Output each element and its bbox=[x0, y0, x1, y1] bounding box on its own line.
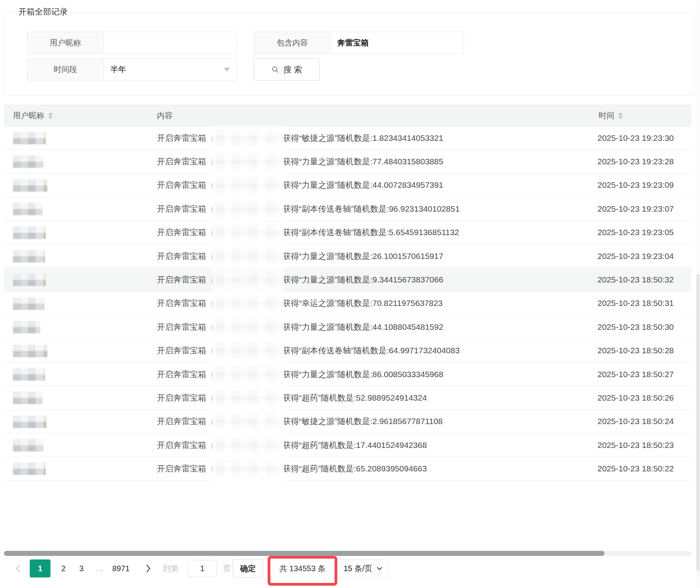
page-button-3[interactable]: 3 bbox=[76, 559, 86, 577]
total-count-label: 共 134553 条 bbox=[270, 559, 335, 577]
column-header-user-label: 用户昵称 bbox=[13, 110, 44, 121]
content-prefix: 开启奔雷宝箱（ bbox=[157, 274, 216, 285]
page-number-list: 123...8971 bbox=[30, 559, 130, 577]
horizontal-scrollbar-thumb[interactable] bbox=[4, 551, 605, 556]
content-cell: 开启奔雷宝箱（ 获得“幸运之源”随机数是:70.8211975637823 bbox=[157, 292, 443, 315]
goto-page-input[interactable] bbox=[188, 560, 217, 577]
table-row[interactable]: 开启奔雷宝箱（ 获得“副本传送卷轴”随机数是:64.9971732404083 … bbox=[4, 339, 691, 363]
period-field-group: 时间段 半年 bbox=[27, 58, 237, 81]
content-prefix: 开启奔雷宝箱（ bbox=[157, 392, 216, 403]
censored-username bbox=[13, 132, 46, 144]
table-row[interactable]: 开启奔雷宝箱（ 获得“超药”随机数是:17.4401524942368 2025… bbox=[4, 433, 691, 457]
table-row[interactable]: 开启奔雷宝箱（ 获得“力量之源”随机数是:44.1088045481592 20… bbox=[4, 315, 691, 339]
chevron-down-icon bbox=[376, 566, 383, 570]
content-prefix: 开启奔雷宝箱（ bbox=[157, 203, 216, 214]
censored-content bbox=[216, 343, 280, 358]
table-row[interactable]: 开启奔雷宝箱（ 获得“敏捷之源”随机数是:2.96185677871108 20… bbox=[4, 410, 691, 433]
table-row[interactable]: 开启奔雷宝箱（ 获得“副本传送卷轴”随机数是:5.65459136851132 … bbox=[4, 221, 691, 245]
content-cell: 开启奔雷宝箱（ 获得“副本传送卷轴”随机数是:5.65459136851132 bbox=[157, 221, 459, 244]
content-prefix: 开启奔雷宝箱（ bbox=[157, 156, 216, 167]
column-header-content: 内容 bbox=[157, 104, 173, 126]
content-text: 获得“力量之源”随机数是:44.1088045481592 bbox=[283, 322, 443, 333]
content-cell: 开启奔雷宝箱（ 获得“超药”随机数是:52.9889524914324 bbox=[157, 386, 427, 409]
page-unit-label: 页 bbox=[223, 559, 231, 577]
table-row[interactable]: 开启奔雷宝箱（ 获得“力量之源”随机数是:9.34415673837066 20… bbox=[4, 268, 691, 291]
content-text: 获得“副本传送卷轴”随机数是:64.9971732404083 bbox=[283, 345, 460, 356]
vertical-scrollbar-track[interactable] bbox=[696, 0, 700, 588]
page-size-selected-value: 15 条/页 bbox=[344, 563, 372, 574]
table-row[interactable]: 开启奔雷宝箱（ 获得“力量之源”随机数是:77.4840315803885 20… bbox=[4, 150, 691, 173]
page-size-select[interactable]: 15 条/页 bbox=[338, 559, 389, 577]
table-row[interactable]: 开启奔雷宝箱（ 获得“力量之源”随机数是:86.0085033345968 20… bbox=[4, 363, 691, 386]
content-text: 获得“力量之源”随机数是:9.34415673837066 bbox=[283, 274, 443, 285]
table-row[interactable]: 开启奔雷宝箱（ 获得“幸运之源”随机数是:70.8211975637823 20… bbox=[4, 292, 691, 315]
search-button[interactable]: 搜 索 bbox=[254, 58, 320, 81]
confirm-button[interactable]: 确定 bbox=[233, 559, 263, 577]
chevron-right-icon bbox=[146, 564, 151, 573]
nickname-input-wrap bbox=[104, 32, 237, 54]
page-button-1[interactable]: 1 bbox=[30, 559, 50, 577]
next-page-button[interactable] bbox=[143, 559, 153, 577]
censored-content bbox=[216, 201, 280, 217]
censored-username bbox=[13, 227, 46, 239]
censored-username bbox=[13, 250, 45, 263]
content-cell: 开启奔雷宝箱（ 获得“超药”随机数是:17.4401524942368 bbox=[157, 433, 427, 457]
table-row[interactable]: 开启奔雷宝箱（ 获得“敏捷之源”随机数是:1.82343414053321 20… bbox=[4, 126, 691, 150]
column-header-time[interactable]: 时间 bbox=[599, 104, 623, 126]
content-prefix: 开启奔雷宝箱（ bbox=[157, 227, 216, 238]
censored-content bbox=[216, 295, 280, 311]
row-time: 2025-10-23 18:50:26 bbox=[597, 386, 674, 409]
row-time: 2025-10-23 19:23:30 bbox=[597, 126, 674, 149]
row-time: 2025-10-23 18:50:30 bbox=[597, 315, 674, 338]
table-header: 用户昵称 内容 时间 bbox=[4, 104, 691, 126]
content-text: 获得“超药”随机数是:17.4401524942368 bbox=[283, 440, 427, 451]
content-prefix: 开启奔雷宝箱（ bbox=[157, 416, 216, 427]
content-prefix: 开启奔雷宝箱（ bbox=[157, 440, 216, 451]
row-time: 2025-10-23 18:50:31 bbox=[597, 292, 674, 315]
content-cell: 开启奔雷宝箱（ 获得“力量之源”随机数是:9.34415673837066 bbox=[157, 268, 443, 291]
nickname-input[interactable] bbox=[110, 38, 230, 47]
censored-username bbox=[13, 321, 40, 333]
column-header-content-label: 内容 bbox=[157, 110, 173, 121]
period-select[interactable]: 半年 bbox=[104, 58, 237, 81]
content-prefix: 开启奔雷宝箱（ bbox=[157, 345, 216, 356]
censored-content bbox=[216, 272, 280, 288]
row-time: 2025-10-23 18:50:24 bbox=[597, 410, 674, 433]
censored-content bbox=[216, 437, 280, 453]
censored-content bbox=[216, 130, 280, 146]
censored-username bbox=[13, 439, 43, 451]
table-row[interactable]: 开启奔雷宝箱（ 获得“超药”随机数是:52.9889524914324 2025… bbox=[4, 386, 691, 410]
horizontal-scrollbar-track[interactable] bbox=[4, 551, 691, 556]
prev-page-button[interactable] bbox=[13, 559, 23, 577]
column-header-user[interactable]: 用户昵称 bbox=[13, 104, 53, 126]
nickname-field-group: 用户昵称 bbox=[27, 32, 237, 54]
content-text: 获得“力量之源”随机数是:44.0072834957391 bbox=[283, 180, 443, 191]
contains-input[interactable] bbox=[337, 38, 457, 47]
contains-label: 包含内容 bbox=[254, 32, 331, 54]
period-selected-value: 半年 bbox=[110, 64, 126, 75]
page-ellipsis: ... bbox=[94, 559, 104, 577]
table-row[interactable]: 开启奔雷宝箱（ 获得“超药”随机数是:65.2089395094663 2025… bbox=[4, 457, 691, 480]
censored-content bbox=[216, 319, 280, 335]
censored-username bbox=[13, 273, 46, 286]
page-button-2[interactable]: 2 bbox=[58, 559, 68, 577]
censored-username bbox=[13, 345, 47, 357]
content-text: 获得“力量之源”随机数是:86.0085033345968 bbox=[283, 369, 443, 380]
period-label: 时间段 bbox=[27, 58, 104, 81]
page-button-8971[interactable]: 8971 bbox=[112, 559, 130, 577]
chevron-down-icon bbox=[224, 68, 230, 72]
content-cell: 开启奔雷宝箱（ 获得“敏捷之源”随机数是:2.96185677871108 bbox=[157, 410, 443, 433]
search-icon bbox=[272, 66, 279, 74]
censored-content bbox=[216, 177, 280, 193]
table-body: 开启奔雷宝箱（ 获得“敏捷之源”随机数是:1.82343414053321 20… bbox=[4, 126, 691, 481]
table-row[interactable]: 开启奔雷宝箱（ 获得“力量之源”随机数是:44.0072834957391 20… bbox=[4, 174, 691, 197]
table-row[interactable]: 开启奔雷宝箱（ 获得“副本传送卷轴”随机数是:96.9231340102851 … bbox=[4, 197, 691, 221]
contains-input-wrap bbox=[331, 32, 464, 54]
censored-content bbox=[216, 461, 280, 477]
records-table: 用户昵称 内容 时间 开启奔雷宝箱（ 获得“敏捷之源”随机数是:1.823434… bbox=[4, 104, 691, 481]
table-row[interactable]: 开启奔雷宝箱（ 获得“力量之源”随机数是:26.1001570615917 20… bbox=[4, 245, 691, 268]
vertical-scrollbar-thumb[interactable] bbox=[696, 274, 700, 571]
censored-content bbox=[216, 367, 280, 382]
row-time: 2025-10-23 19:23:07 bbox=[597, 197, 674, 220]
censored-content bbox=[216, 414, 280, 429]
